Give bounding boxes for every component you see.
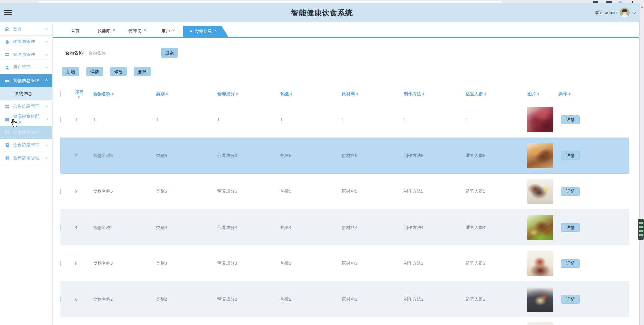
sort-icon[interactable]	[422, 92, 424, 96]
active-dot-icon	[190, 30, 192, 32]
column-header-crowd[interactable]: 适宜人群	[466, 91, 527, 97]
sidebar-item-user[interactable]: 用户管理	[0, 61, 52, 75]
row-detail-button[interactable]: 详情	[561, 187, 580, 196]
tab-carousel[interactable]: 轮播图 ×	[91, 26, 122, 37]
close-icon[interactable]: ×	[214, 28, 217, 33]
sort-icon[interactable]	[290, 92, 292, 96]
sidebar-item-carousel[interactable]: 轮播图管理	[0, 36, 52, 49]
food-image	[527, 251, 553, 276]
tab-food-info[interactable]: 食物信息 ×	[183, 26, 228, 37]
sidebar-item-notice[interactable]: 公告信息管理	[0, 100, 52, 113]
sort-icon[interactable]	[166, 92, 168, 96]
cell-seq: 4	[75, 225, 93, 230]
tab-label: 轮播图	[97, 28, 110, 34]
tab-home[interactable]: 首页	[60, 26, 91, 37]
sidebar-item-label: 管理员管理	[13, 52, 35, 58]
chevron-down-icon	[45, 53, 48, 55]
food-image	[527, 143, 553, 168]
column-header-nutrition[interactable]: 营养成分	[217, 91, 280, 97]
close-icon[interactable]: ×	[113, 28, 115, 33]
home-icon	[5, 26, 10, 31]
sidebar-item-diet-record[interactable]: 饮食记录管理	[0, 139, 52, 152]
sort-icon[interactable]	[569, 92, 571, 96]
main-content: 首页 轮播图 × 管理员 × 用户 × 食物信息 × 食物名称: 搜索 新增 详…	[53, 22, 639, 325]
sidebar-item-label: 食物信息管理	[13, 78, 39, 84]
sidebar-item-food-info[interactable]: 食物信息管理	[0, 74, 52, 87]
sort-icon[interactable]	[484, 92, 486, 96]
column-header-name[interactable]: 食物名称	[93, 91, 156, 97]
table-row: 5 食物名称3 类别3 营养成分3 热量3 原材料3 制作方法3 适宜人群3 详…	[60, 245, 629, 281]
sort-icon[interactable]	[537, 92, 539, 96]
sort-icon[interactable]	[236, 92, 238, 96]
add-button[interactable]: 新增	[62, 67, 79, 76]
scroll-up-icon[interactable]	[641, 6, 643, 8]
chevron-down-icon	[45, 66, 48, 68]
cell-seq: 1	[75, 117, 93, 122]
row-checkbox[interactable]	[60, 153, 61, 158]
close-icon[interactable]: ×	[172, 28, 175, 33]
close-icon[interactable]: ×	[144, 28, 146, 33]
droplet-icon	[5, 39, 10, 44]
cell-materials: 原材料6	[342, 153, 404, 159]
column-header-calories[interactable]: 热量	[280, 91, 342, 97]
sidebar-item-home[interactable]: 首页	[0, 22, 52, 36]
row-detail-button[interactable]: 详情	[561, 223, 580, 232]
row-detail-button[interactable]: 详情	[561, 295, 580, 304]
cell-nutrition: 营养成分3	[217, 260, 280, 266]
toolbar: 新增 详情 修改 删除	[62, 67, 639, 76]
cell-calories: 热量2	[280, 296, 342, 303]
food-table: 序号 食物名称 类别 营养成分 热量 原材料 制作方法 适宜人群 图片 操作 1…	[60, 86, 629, 325]
delete-button[interactable]: 删除	[134, 67, 151, 76]
sidebar-subitem-food-info[interactable]: 食物信息	[0, 87, 52, 100]
cell-calories: 热量3	[280, 260, 342, 266]
cell-name: 食物名称4	[93, 225, 156, 231]
tab-label: 用户	[161, 28, 170, 34]
sort-icon[interactable]	[112, 92, 114, 96]
stacked-bars-icon	[5, 52, 10, 57]
cell-materials: 原材料4	[342, 225, 404, 231]
select-all-checkbox[interactable]	[60, 91, 61, 97]
column-header-image[interactable]: 图片	[527, 91, 558, 97]
detail-button[interactable]: 详情	[86, 67, 103, 76]
sort-icon[interactable]	[356, 92, 358, 96]
welcome-text: 欢迎 admin	[595, 10, 617, 16]
sidebar-item-health-data[interactable]: 健康数据管理	[0, 126, 52, 139]
row-checkbox[interactable]	[60, 297, 61, 302]
cell-nutrition: 1	[217, 117, 280, 122]
chevron-down-icon	[45, 131, 48, 133]
row-checkbox[interactable]	[60, 189, 61, 194]
column-header-method[interactable]: 制作方法	[404, 91, 466, 97]
row-detail-button[interactable]: 详情	[561, 259, 580, 268]
tab-user[interactable]: 用户 ×	[153, 26, 183, 37]
search-label: 食物名称:	[65, 50, 84, 56]
cell-materials: 原材料3	[342, 260, 404, 266]
search-button[interactable]: 搜索	[161, 48, 178, 58]
scroll-widget[interactable]	[638, 219, 644, 240]
row-checkbox[interactable]	[60, 117, 61, 122]
row-detail-button[interactable]: 详情	[561, 115, 580, 124]
sidebar-item-label: 健康饮食搭配管理	[13, 113, 43, 126]
sidebar-item-admin[interactable]: 管理员管理	[0, 48, 52, 61]
scrollbar[interactable]	[639, 3, 644, 325]
search-input[interactable]	[88, 48, 142, 58]
column-header-action[interactable]: 操作	[558, 91, 629, 97]
row-checkbox[interactable]	[60, 261, 61, 266]
cell-materials: 原材料2	[342, 296, 404, 303]
chevron-down-icon[interactable]	[633, 11, 636, 14]
cell-nutrition: 营养成分4	[217, 225, 280, 231]
row-detail-button[interactable]: 详情	[561, 151, 580, 160]
sidebar-item-label: 健康数据管理	[13, 130, 39, 136]
avatar[interactable]	[620, 8, 630, 18]
table-row: 1 1 1 1 1 1 1 1 详情	[60, 102, 629, 138]
edit-button[interactable]: 修改	[110, 67, 127, 76]
column-header-materials[interactable]: 原材料	[342, 91, 404, 97]
sidebar-item-diet-match[interactable]: 健康饮食搭配管理	[0, 113, 52, 126]
tab-admin[interactable]: 管理员 ×	[122, 26, 153, 37]
sort-icon[interactable]	[78, 95, 80, 99]
column-header-seq[interactable]: 序号	[75, 89, 93, 99]
cell-crowd: 适宜人群2	[466, 296, 527, 303]
sidebar-item-nutrition-need[interactable]: 营养需求管理	[0, 152, 52, 165]
search-row: 食物名称: 搜索	[65, 48, 639, 58]
row-checkbox[interactable]	[60, 225, 61, 230]
column-header-category[interactable]: 类别	[156, 91, 217, 97]
